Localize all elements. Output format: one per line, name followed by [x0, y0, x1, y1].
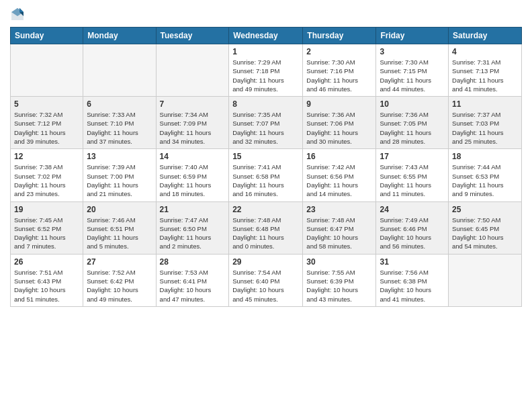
svg-marker-3 — [19, 8, 24, 12]
day-info: Sunrise: 7:54 AMSunset: 6:40 PMDaylight:… — [232, 268, 299, 304]
day-info: Sunrise: 7:44 AMSunset: 6:53 PMDaylight:… — [452, 163, 518, 198]
calendar-cell: 30Sunrise: 7:55 AMSunset: 6:39 PMDayligh… — [303, 254, 376, 306]
week-row-1: 1Sunrise: 7:29 AMSunset: 7:18 PMDaylight… — [11, 44, 522, 97]
calendar-cell: 27Sunrise: 7:52 AMSunset: 6:42 PMDayligh… — [83, 254, 156, 306]
day-info: Sunrise: 7:53 AMSunset: 6:41 PMDaylight:… — [160, 268, 226, 304]
day-number: 2 — [306, 47, 372, 56]
day-info: Sunrise: 7:37 AMSunset: 7:03 PMDaylight:… — [452, 110, 518, 146]
calendar-cell: 17Sunrise: 7:43 AMSunset: 6:55 PMDayligh… — [376, 149, 449, 201]
calendar-cell: 16Sunrise: 7:42 AMSunset: 6:56 PMDayligh… — [303, 149, 376, 201]
calendar-cell — [11, 44, 83, 97]
day-number: 21 — [160, 205, 226, 214]
calendar-cell: 28Sunrise: 7:53 AMSunset: 6:41 PMDayligh… — [156, 254, 229, 306]
day-number: 19 — [14, 205, 79, 214]
calendar-cell — [83, 44, 156, 97]
logo-icon — [10, 7, 25, 21]
calendar-cell: 3Sunrise: 7:30 AMSunset: 7:15 PMDaylight… — [376, 44, 449, 97]
day-number: 8 — [232, 99, 299, 109]
day-info: Sunrise: 7:31 AMSunset: 7:13 PMDaylight:… — [452, 58, 518, 93]
day-number: 4 — [452, 47, 518, 56]
calendar-cell: 7Sunrise: 7:34 AMSunset: 7:09 PMDaylight… — [156, 97, 229, 149]
day-number: 12 — [14, 152, 79, 161]
calendar-cell: 23Sunrise: 7:48 AMSunset: 6:47 PMDayligh… — [303, 201, 376, 254]
logo — [10, 7, 28, 21]
calendar-cell: 21Sunrise: 7:47 AMSunset: 6:50 PMDayligh… — [156, 201, 229, 254]
day-number: 18 — [452, 152, 518, 161]
day-number: 1 — [232, 47, 299, 56]
day-number: 24 — [380, 205, 445, 214]
calendar-cell: 29Sunrise: 7:54 AMSunset: 6:40 PMDayligh… — [229, 254, 303, 306]
day-info: Sunrise: 7:48 AMSunset: 6:47 PMDaylight:… — [306, 216, 372, 251]
day-number: 7 — [160, 99, 226, 109]
day-number: 17 — [380, 152, 445, 161]
week-row-2: 5Sunrise: 7:32 AMSunset: 7:12 PMDaylight… — [11, 97, 522, 149]
week-row-5: 26Sunrise: 7:51 AMSunset: 6:43 PMDayligh… — [11, 254, 522, 306]
day-number: 6 — [87, 99, 152, 109]
day-number: 31 — [380, 257, 445, 267]
calendar-cell: 10Sunrise: 7:36 AMSunset: 7:05 PMDayligh… — [376, 97, 449, 149]
week-row-4: 19Sunrise: 7:45 AMSunset: 6:52 PMDayligh… — [11, 201, 522, 254]
weekday-header-row: SundayMondayTuesdayWednesdayThursdayFrid… — [11, 28, 522, 44]
day-number: 27 — [87, 257, 152, 267]
day-info: Sunrise: 7:40 AMSunset: 6:59 PMDaylight:… — [160, 163, 226, 198]
calendar-cell: 26Sunrise: 7:51 AMSunset: 6:43 PMDayligh… — [11, 254, 83, 306]
calendar-cell: 13Sunrise: 7:39 AMSunset: 7:00 PMDayligh… — [83, 149, 156, 201]
day-info: Sunrise: 7:50 AMSunset: 6:45 PMDaylight:… — [452, 216, 518, 251]
day-info: Sunrise: 7:36 AMSunset: 7:06 PMDaylight:… — [306, 110, 372, 146]
day-number: 5 — [14, 99, 79, 109]
day-number: 22 — [232, 205, 299, 214]
weekday-header-thursday: Thursday — [303, 28, 376, 44]
calendar-cell: 6Sunrise: 7:33 AMSunset: 7:10 PMDaylight… — [83, 97, 156, 149]
day-info: Sunrise: 7:35 AMSunset: 7:07 PMDaylight:… — [232, 110, 299, 146]
calendar-cell: 14Sunrise: 7:40 AMSunset: 6:59 PMDayligh… — [156, 149, 229, 201]
weekday-header-sunday: Sunday — [11, 28, 83, 44]
day-number: 3 — [380, 47, 445, 56]
weekday-header-wednesday: Wednesday — [229, 28, 303, 44]
day-info: Sunrise: 7:47 AMSunset: 6:50 PMDaylight:… — [160, 216, 226, 251]
calendar-cell: 1Sunrise: 7:29 AMSunset: 7:18 PMDaylight… — [229, 44, 303, 97]
day-info: Sunrise: 7:29 AMSunset: 7:18 PMDaylight:… — [232, 58, 299, 93]
day-info: Sunrise: 7:49 AMSunset: 6:46 PMDaylight:… — [380, 216, 445, 251]
calendar-cell: 5Sunrise: 7:32 AMSunset: 7:12 PMDaylight… — [11, 97, 83, 149]
day-number: 11 — [452, 99, 518, 109]
day-info: Sunrise: 7:48 AMSunset: 6:48 PMDaylight:… — [232, 216, 299, 251]
day-number: 10 — [380, 99, 445, 109]
day-number: 9 — [306, 99, 372, 109]
day-number: 26 — [14, 257, 79, 267]
day-info: Sunrise: 7:38 AMSunset: 7:02 PMDaylight:… — [14, 163, 79, 198]
calendar-cell: 9Sunrise: 7:36 AMSunset: 7:06 PMDaylight… — [303, 97, 376, 149]
weekday-header-friday: Friday — [376, 28, 449, 44]
day-info: Sunrise: 7:52 AMSunset: 6:42 PMDaylight:… — [87, 268, 152, 304]
calendar-cell — [156, 44, 229, 97]
day-info: Sunrise: 7:41 AMSunset: 6:58 PMDaylight:… — [232, 163, 299, 198]
day-number: 30 — [306, 257, 372, 267]
calendar-cell: 4Sunrise: 7:31 AMSunset: 7:13 PMDaylight… — [449, 44, 522, 97]
calendar-cell: 2Sunrise: 7:30 AMSunset: 7:16 PMDaylight… — [303, 44, 376, 97]
day-number: 28 — [160, 257, 226, 267]
day-info: Sunrise: 7:33 AMSunset: 7:10 PMDaylight:… — [87, 110, 152, 146]
day-info: Sunrise: 7:34 AMSunset: 7:09 PMDaylight:… — [160, 110, 226, 146]
calendar-cell: 24Sunrise: 7:49 AMSunset: 6:46 PMDayligh… — [376, 201, 449, 254]
day-info: Sunrise: 7:42 AMSunset: 6:56 PMDaylight:… — [306, 163, 372, 198]
day-number: 29 — [232, 257, 299, 267]
day-number: 20 — [87, 205, 152, 214]
day-number: 23 — [306, 205, 372, 214]
week-row-3: 12Sunrise: 7:38 AMSunset: 7:02 PMDayligh… — [11, 149, 522, 201]
day-info: Sunrise: 7:39 AMSunset: 7:00 PMDaylight:… — [87, 163, 152, 198]
day-info: Sunrise: 7:45 AMSunset: 6:52 PMDaylight:… — [14, 216, 79, 251]
day-number: 25 — [452, 205, 518, 214]
weekday-header-monday: Monday — [83, 28, 156, 44]
day-info: Sunrise: 7:30 AMSunset: 7:15 PMDaylight:… — [380, 58, 445, 93]
day-info: Sunrise: 7:43 AMSunset: 6:55 PMDaylight:… — [380, 163, 445, 198]
page-container: SundayMondayTuesdayWednesdayThursdayFrid… — [0, 0, 532, 314]
calendar-cell: 25Sunrise: 7:50 AMSunset: 6:45 PMDayligh… — [449, 201, 522, 254]
calendar-cell: 15Sunrise: 7:41 AMSunset: 6:58 PMDayligh… — [229, 149, 303, 201]
day-info: Sunrise: 7:55 AMSunset: 6:39 PMDaylight:… — [306, 268, 372, 304]
day-info: Sunrise: 7:30 AMSunset: 7:16 PMDaylight:… — [306, 58, 372, 93]
calendar-cell: 22Sunrise: 7:48 AMSunset: 6:48 PMDayligh… — [229, 201, 303, 254]
day-number: 16 — [306, 152, 372, 161]
calendar-cell: 31Sunrise: 7:56 AMSunset: 6:38 PMDayligh… — [376, 254, 449, 306]
day-info: Sunrise: 7:46 AMSunset: 6:51 PMDaylight:… — [87, 216, 152, 251]
calendar-cell: 11Sunrise: 7:37 AMSunset: 7:03 PMDayligh… — [449, 97, 522, 149]
calendar: SundayMondayTuesdayWednesdayThursdayFrid… — [10, 27, 522, 307]
